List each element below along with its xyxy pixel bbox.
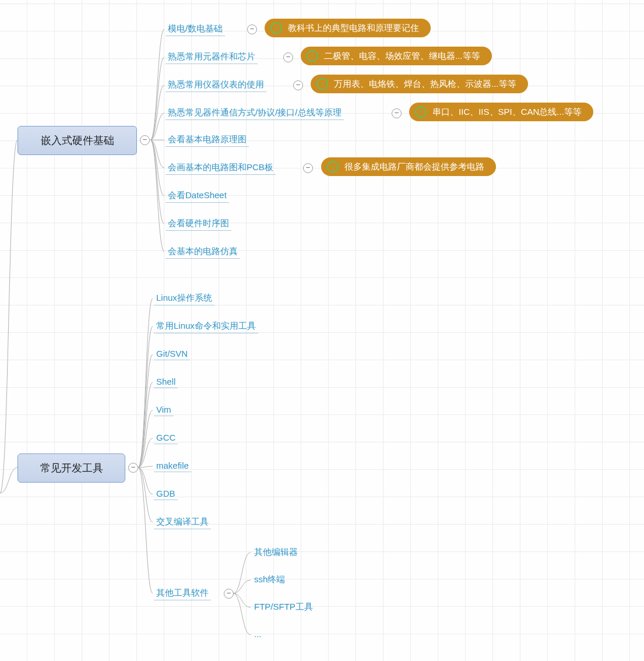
node-tool-vim[interactable]: Vim (154, 405, 174, 416)
note-text: 很多集成电路厂商都会提供参考电路 (344, 161, 484, 173)
node-hw-timing[interactable]: 会看硬件时序图 (166, 218, 231, 231)
node-hw-datasheet[interactable]: 会看DateSheet (166, 190, 229, 203)
note-text: 万用表、电烙铁、焊台、热风枪、示波器...等等 (334, 79, 516, 90)
note-text: 串口、IIC、IIS、SPI、CAN总线...等等 (432, 107, 582, 118)
node-tool-cross[interactable]: 交叉编译工具 (154, 516, 211, 529)
node-tool-gdb[interactable]: GDB (154, 488, 178, 500)
collapse-toggle[interactable] (293, 80, 303, 90)
node-hw-analog-digital[interactable]: 模电/数电基础 (166, 23, 225, 36)
node-hw-simulation[interactable]: 会基本的电路仿真 (166, 246, 240, 259)
node-hw-instruments[interactable]: 熟悉常用仪器仪表的使用 (166, 79, 266, 92)
node-tool-other[interactable]: 其他工具软件 (154, 588, 211, 600)
note-text: 教科书上的典型电路和原理要记住 (288, 23, 419, 34)
node-other-more[interactable]: ... (252, 629, 264, 640)
collapse-toggle[interactable] (303, 163, 313, 173)
collapse-toggle[interactable] (247, 24, 257, 34)
collapse-toggle[interactable] (128, 463, 138, 473)
node-other-editor[interactable]: 其他编辑器 (252, 547, 300, 559)
node-hw-protocols[interactable]: 熟悉常见器件通信方式/协议/接口/总线等原理 (166, 107, 344, 120)
node-other-ssh[interactable]: ssh终端 (252, 574, 287, 586)
note-hw-1: 二极管、电容、场效应管、继电器...等等 (301, 47, 492, 65)
note-hw-3: 串口、IIC、IIS、SPI、CAN总线...等等 (409, 103, 593, 121)
arrow-up-icon (307, 50, 318, 62)
arrow-up-icon (327, 161, 339, 173)
node-tool-linuxcmd[interactable]: 常用Linux命令和实用工具 (154, 321, 258, 333)
note-hw-0: 教科书上的典型电路和原理要记住 (265, 19, 431, 37)
node-tool-git[interactable]: Git/SVN (154, 349, 190, 360)
collapse-toggle[interactable] (140, 135, 150, 145)
node-hw-schematic[interactable]: 会看基本电路原理图 (166, 134, 249, 147)
node-other-ftp[interactable]: FTP/SFTP工具 (252, 602, 315, 614)
collapse-toggle[interactable] (283, 52, 293, 62)
arrow-up-icon (270, 22, 282, 34)
note-text: 二极管、电容、场效应管、继电器...等等 (324, 51, 480, 62)
note-hw-2: 万用表、电烙铁、焊台、热风枪、示波器...等等 (311, 75, 528, 93)
root-node-dev-tools[interactable]: 常见开发工具 (17, 453, 125, 483)
connector-lines (0, 0, 644, 661)
note-hw-5: 很多集成电路厂商都会提供参考电路 (321, 157, 496, 176)
collapse-toggle[interactable] (392, 108, 402, 118)
collapse-toggle[interactable] (224, 589, 234, 599)
node-hw-pcb[interactable]: 会画基本的电路图和PCB板 (166, 162, 276, 175)
root-node-hardware[interactable]: 嵌入式硬件基础 (17, 126, 137, 155)
node-tool-shell[interactable]: Shell (154, 377, 178, 388)
arrow-up-icon (316, 78, 328, 90)
node-tool-makefile[interactable]: makefile (154, 460, 191, 472)
node-hw-components[interactable]: 熟悉常用元器件和芯片 (166, 51, 258, 64)
node-tool-linux[interactable]: Linux操作系统 (154, 293, 214, 305)
node-tool-gcc[interactable]: GCC (154, 433, 178, 444)
arrow-up-icon (415, 106, 427, 118)
